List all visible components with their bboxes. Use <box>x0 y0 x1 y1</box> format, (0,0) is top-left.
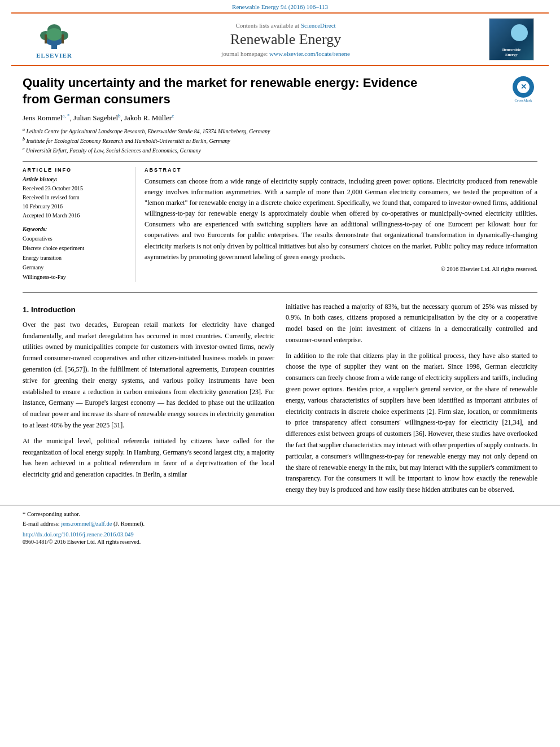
author-muller: , Jakob R. Müller <box>121 114 172 123</box>
divider-2 <box>23 292 537 292</box>
homepage-label: journal homepage: <box>221 50 268 57</box>
intro-para3: initiative has reached a majority of 83%… <box>286 302 537 346</box>
author-sagebiel: , Julian Sagebiel <box>69 114 118 123</box>
affiliation-b: b Institute for Ecological Economy Resea… <box>23 136 537 145</box>
journal-title: Renewable Energy <box>88 31 483 48</box>
author-rommel: Jens Rommel <box>23 114 62 123</box>
issn-line: 0960-1481/© 2016 Elsevier Ltd. All right… <box>23 539 537 545</box>
history-label: Article history: <box>23 176 128 182</box>
abstract-text: Consumers can choose from a wide range o… <box>145 176 537 263</box>
svg-rect-6 <box>45 34 47 43</box>
history-received: Received 23 October 2015 <box>23 184 128 193</box>
authors-line: Jens Rommela, *, Julian Sagebielb, Jakob… <box>23 113 537 123</box>
abstract-heading: ABSTRACT <box>145 167 537 173</box>
history-accepted: Accepted 10 March 2016 <box>23 211 128 220</box>
intro-para2: At the municipal level, political refere… <box>23 436 274 480</box>
journal-homepage: journal homepage: www.elsevier.com/locat… <box>88 50 483 57</box>
doi-text: http://dx.doi.org/10.1016/j.renene.2016.… <box>23 531 134 538</box>
keyword-cooperatives: Cooperatives <box>23 234 128 243</box>
crossmark-x-icon: ✕ <box>520 82 527 91</box>
email-person: (J. Rommel). <box>113 521 145 527</box>
corresponding-footnote: * Corresponding author. <box>23 510 537 519</box>
doi-line[interactable]: http://dx.doi.org/10.1016/j.renene.2016.… <box>23 531 537 538</box>
history-revised-date: 10 February 2016 <box>23 202 128 211</box>
author-muller-super: c <box>172 113 174 119</box>
body-col-right: initiative has reached a majority of 83%… <box>286 302 537 501</box>
sciencedirect-link[interactable]: Contents lists available at ScienceDirec… <box>88 22 483 29</box>
citation-text: Renewable Energy 94 (2016) 106–113 <box>232 3 328 10</box>
elsevier-tree-icon <box>34 20 74 51</box>
divider-1 <box>23 161 537 161</box>
cover-circle-decoration <box>511 24 528 41</box>
cover-text: Renewable Energy <box>502 47 521 58</box>
email-footnote: E-mail address: jens.rommel@zalf.de (J. … <box>23 519 537 529</box>
affiliation-a: a Leibniz Centre for Agricultural Landsc… <box>23 126 537 136</box>
affiliations: a Leibniz Centre for Agricultural Landsc… <box>23 126 537 155</box>
article-info-col: ARTICLE INFO Article history: Received 2… <box>23 167 135 282</box>
elsevier-text: ELSEVIER <box>36 52 72 59</box>
abstract-col: ABSTRACT Consumers can choose from a wid… <box>145 167 537 282</box>
sciencedirect-anchor[interactable]: ScienceDirect <box>301 22 336 29</box>
affiliation-c: c Universität Erfurt, Faculty of Law, So… <box>23 146 537 155</box>
article-info-heading: ARTICLE INFO <box>23 167 128 173</box>
article-area: Quality uncertainty and the market for r… <box>0 66 560 287</box>
email-label: E-mail address: <box>23 521 60 527</box>
main-body: 1. Introduction Over the past two decade… <box>0 302 560 501</box>
journal-cover-image: Renewable Energy <box>489 18 534 60</box>
keywords-label: Keywords: <box>23 226 128 232</box>
copyright-line: © 2016 Elsevier Ltd. All rights reserved… <box>145 266 537 272</box>
publisher-logo-area: ELSEVIER <box>20 20 88 59</box>
body-col-left: 1. Introduction Over the past two decade… <box>23 302 274 501</box>
intro-heading: 1. Introduction <box>23 304 274 316</box>
elsevier-logo: ELSEVIER <box>34 20 74 59</box>
keywords-section: Keywords: Cooperatives Discrete choice e… <box>23 226 128 282</box>
page: Renewable Energy 94 (2016) 106–113 ELSEV… <box>0 0 560 747</box>
homepage-url[interactable]: www.elsevier.com/locate/renene <box>269 50 350 57</box>
footer-area: * Corresponding author. E-mail address: … <box>0 505 560 547</box>
email-link[interactable]: jens.rommel@zalf.de <box>61 521 112 527</box>
intro-para4: In addition to the role that citizens pl… <box>286 351 537 496</box>
journal-info-center: Contents lists available at ScienceDirec… <box>88 22 483 57</box>
keyword-dce: Discrete choice experiment <box>23 243 128 253</box>
article-title: Quality uncertainty and the market for r… <box>23 75 504 107</box>
journal-cover-area: Renewable Energy <box>483 18 540 60</box>
journal-citation: Renewable Energy 94 (2016) 106–113 <box>0 0 560 12</box>
info-abstract-section: ARTICLE INFO Article history: Received 2… <box>23 167 537 282</box>
crossmark-label: CrossMark <box>514 98 532 103</box>
crossmark-inner: ✕ <box>517 81 530 93</box>
crossmark-circle: ✕ <box>513 76 534 98</box>
author-rommel-super: a, * <box>62 113 69 119</box>
intro-para1: Over the past two decades, European reta… <box>23 320 274 431</box>
svg-rect-7 <box>62 34 64 43</box>
journal-header: ELSEVIER Contents lists available at Sci… <box>11 12 549 66</box>
crossmark-badge[interactable]: ✕ CrossMark <box>509 75 537 103</box>
history-revised-label: Received in revised form <box>23 193 128 202</box>
svg-point-5 <box>46 28 62 41</box>
contents-label: Contents lists available at <box>235 22 299 29</box>
keyword-germany: Germany <box>23 263 128 272</box>
keyword-wtp: Willingness-to-Pay <box>23 272 128 282</box>
corresponding-label: * Corresponding author. <box>23 511 80 517</box>
keyword-energy: Energy transition <box>23 253 128 263</box>
article-history: Article history: Received 23 October 201… <box>23 176 128 220</box>
body-two-col: 1. Introduction Over the past two decade… <box>23 302 537 501</box>
